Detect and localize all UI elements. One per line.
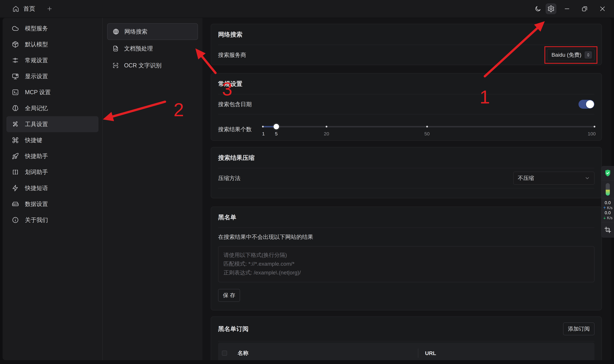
slider-mark-label: 20 xyxy=(324,131,329,136)
gear-icon xyxy=(547,5,555,13)
submenu-item-globe[interactable]: 网络搜索 xyxy=(107,23,198,40)
minimize-button[interactable] xyxy=(561,0,572,18)
tools-icon xyxy=(12,121,19,128)
select-all-checkbox[interactable] xyxy=(222,351,227,356)
toggle-knob xyxy=(586,100,594,108)
sidebar-item-info[interactable]: 关于我们 xyxy=(6,212,98,228)
slider-track[interactable] xyxy=(263,126,595,127)
restore-button[interactable] xyxy=(579,0,590,18)
zap-icon xyxy=(12,184,19,192)
hard-drive-icon xyxy=(12,201,19,208)
close-button[interactable] xyxy=(597,0,608,18)
sidebar-item-label: 快捷短语 xyxy=(25,184,48,192)
sidebar-item-label: 全局记忆 xyxy=(25,104,48,112)
text-select-icon xyxy=(12,169,19,176)
slider-mark-label: 5 xyxy=(275,131,278,136)
sidebar-item-text-select[interactable]: 划词助手 xyxy=(6,164,98,180)
sidebar-item-zap[interactable]: 快捷短语 xyxy=(6,180,98,196)
sidebar-item-command[interactable]: 快捷键 xyxy=(6,132,98,148)
sidebar-item-label: 常规设置 xyxy=(25,56,48,64)
column-name-header: 名称 xyxy=(237,350,418,357)
titlebar: 首页 xyxy=(0,0,614,18)
minimize-icon xyxy=(564,5,570,12)
include-date-toggle[interactable] xyxy=(578,100,595,109)
save-button[interactable]: 保 存 xyxy=(218,289,240,302)
compression-card: 搜索结果压缩 压缩方法 不压缩 xyxy=(211,147,602,198)
provider-select[interactable]: Baidu (免费) xyxy=(547,49,595,61)
sidebar-item-label: 工具设置 xyxy=(25,120,48,128)
sidebar-item-label: 显示设置 xyxy=(25,72,48,80)
sidebar-item-label: 数据设置 xyxy=(25,200,48,208)
network-speed-indicator[interactable]: 0.0 K/s 0.0 K/s xyxy=(601,198,614,222)
sidebar-item-hard-drive[interactable]: 数据设置 xyxy=(6,196,98,212)
slider-mark-dot[interactable] xyxy=(426,126,428,128)
tab-home[interactable]: 首页 xyxy=(13,0,35,18)
sidebar-item-label: 快捷键 xyxy=(25,136,42,144)
plus-icon xyxy=(46,6,53,12)
sidebar-item-label: 默认模型 xyxy=(25,40,48,48)
include-date-label: 搜索包含日期 xyxy=(218,101,252,108)
slider-mark-dot[interactable] xyxy=(326,126,327,128)
submenu-item-file-code[interactable]: 文档预处理 xyxy=(107,40,198,57)
provider-value: Baidu (免费) xyxy=(551,51,581,59)
security-shield-icon[interactable] xyxy=(601,166,614,180)
blacklist-card: 黑名单 在搜索结果中不会出现以下网站的结果 保 存 xyxy=(211,207,602,310)
theme-toggle-button[interactable] xyxy=(532,0,543,18)
moon-icon xyxy=(534,5,541,12)
submenu-item-label: 网络搜索 xyxy=(125,28,147,36)
compression-method-select[interactable]: 不压缩 xyxy=(513,172,595,185)
sidebar-item-terminal[interactable]: MCP 设置 xyxy=(6,84,98,100)
subscription-card: 黑名单订阅 添加订阅 名称 URL xyxy=(211,316,602,360)
slider-thumb[interactable] xyxy=(274,124,279,129)
upload-speed-unit: K/s xyxy=(607,206,613,210)
scan-ocr-icon: OCR xyxy=(112,62,119,69)
add-subscription-button[interactable]: 添加订阅 xyxy=(563,323,595,335)
blacklist-input[interactable] xyxy=(218,246,595,282)
sidebar-item-monitor-cog[interactable]: 显示设置 xyxy=(6,68,98,84)
slider-mark-label: 50 xyxy=(424,131,430,136)
tab-home-label: 首页 xyxy=(23,5,35,13)
download-arrow-icon xyxy=(603,216,606,220)
sidebar-item-label: 划词助手 xyxy=(25,168,48,176)
general-settings-title: 常规设置 xyxy=(218,73,595,94)
sidebar-item-rocket[interactable]: 快捷助手 xyxy=(6,148,98,164)
compression-title: 搜索结果压缩 xyxy=(218,147,595,168)
settings-content: 网络搜索 搜索服务商 Baidu (免费) 常规设置 搜索包含日期 xyxy=(202,18,612,360)
restore-icon xyxy=(581,5,588,12)
sidebar-item-cloud[interactable]: 模型服务 xyxy=(6,20,98,36)
sidebar-item-brain[interactable]: 全局记忆 xyxy=(6,100,98,116)
settings-sidebar: 模型服务默认模型常规设置显示设置MCP 设置全局记忆工具设置快捷键快捷助手划词助… xyxy=(2,18,102,360)
file-code-icon xyxy=(112,45,119,52)
crop-icon xyxy=(604,226,611,234)
provider-label: 搜索服务商 xyxy=(218,51,246,59)
column-divider xyxy=(418,349,418,358)
submenu-item-scan-ocr[interactable]: OCROCR 文字识别 xyxy=(107,57,198,74)
sidebar-item-label: MCP 设置 xyxy=(25,89,51,96)
monitor-cog-icon xyxy=(12,73,19,80)
new-tab-button[interactable] xyxy=(44,4,55,14)
upload-speed-value: 0.0 xyxy=(605,200,611,205)
settings-button[interactable] xyxy=(545,3,557,14)
column-url-header: URL xyxy=(425,350,591,356)
home-icon xyxy=(13,5,19,12)
general-settings-card: 常规设置 搜索包含日期 搜索结果个数 152050100 xyxy=(211,73,602,141)
cloud-icon xyxy=(12,25,19,32)
submenu-item-label: 文档预处理 xyxy=(124,45,153,52)
sidebar-item-sliders[interactable]: 常规设置 xyxy=(6,52,98,68)
sidebar-item-package[interactable]: 默认模型 xyxy=(6,36,98,52)
slider-mark-label: 100 xyxy=(588,131,596,136)
sidebar-item-label: 关于我们 xyxy=(25,216,48,224)
slider-mark-dot[interactable] xyxy=(594,126,595,128)
slider-mark-dot[interactable] xyxy=(262,126,264,128)
download-speed-unit: K/s xyxy=(607,216,613,220)
result-count-slider[interactable]: 152050100 xyxy=(263,121,595,140)
chevron-up-down-icon xyxy=(585,51,592,59)
status-widget: 0.0 K/s 0.0 K/s xyxy=(601,166,614,238)
command-icon xyxy=(12,137,19,144)
screenshot-button[interactable] xyxy=(601,222,614,237)
sidebar-item-tools[interactable]: 工具设置 xyxy=(6,116,98,132)
battery-indicator[interactable] xyxy=(601,180,614,198)
compression-method-value: 不压缩 xyxy=(518,174,534,182)
compression-method-label: 压缩方法 xyxy=(218,174,240,182)
download-speed-value: 0.0 xyxy=(605,210,611,215)
